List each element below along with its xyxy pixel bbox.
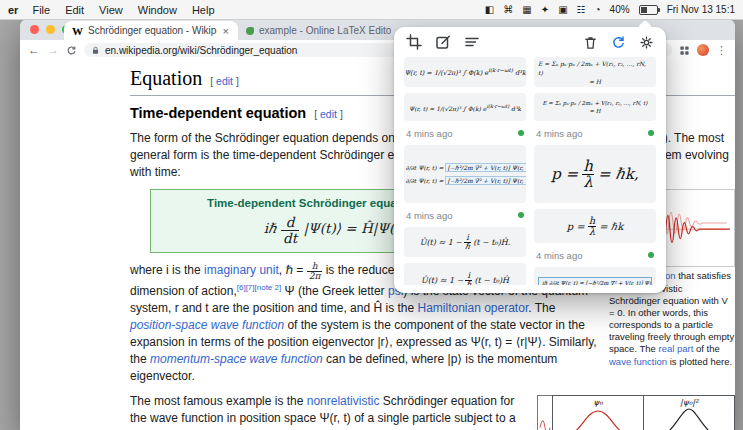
url-text: en.wikipedia.org/wiki/Schrödinger_equati…	[105, 45, 297, 56]
trash-icon[interactable]	[583, 35, 598, 50]
forward-button[interactable]: →	[47, 44, 59, 56]
edit-link[interactable]: edit	[320, 108, 337, 120]
macos-menu-bar: er File Edit View Window Help ◧ ⌘ ▦ ✦ ▣ …	[0, 0, 743, 20]
battery-percentage: 40%	[610, 4, 630, 15]
extensions-icon[interactable]	[679, 45, 690, 56]
status-icon-3[interactable]: ▦	[522, 5, 531, 15]
figure-side-strip	[537, 395, 553, 430]
status-icon-7[interactable]: ◔	[595, 5, 601, 15]
tab-latex-editor[interactable]: example - Online LaTeX Editor ×	[238, 21, 412, 40]
snip-card-hamiltonian[interactable]: E = Σₙ pₙ·pₙ / 2mₙ + V(r₁, r₂, …, rN, t)…	[534, 57, 656, 87]
settings-gear-icon[interactable]	[639, 35, 654, 50]
snip-card-hamiltonian[interactable]: E = Σₙ pₙ·pₙ / 2mₙ + V(r₁, r₂, …, rN, t)…	[534, 93, 656, 121]
momentum-space-wave-function-link[interactable]: momentum-space wave function	[150, 352, 323, 366]
hamiltonian-operator-link[interactable]: Hamiltonian operator	[417, 301, 528, 315]
status-icon-4[interactable]: ✦	[541, 5, 549, 15]
status-dot	[648, 130, 654, 136]
browser-window: W Schrödinger equation - Wikipe × exampl…	[20, 19, 735, 430]
back-button[interactable]: ←	[28, 44, 40, 56]
snip-card-momentum-small[interactable]: p = hλ = ℏk	[534, 209, 656, 243]
status-icons-area: ◧ ⌘ ▦ ✦ ▣ ☷ ◔ 40% Fri Nov 13 15:1	[485, 4, 735, 15]
browser-menu-icon[interactable]: ⋮	[716, 44, 727, 57]
snip-card-unitary[interactable]: Û(t) ≈ 1 − iℏ (t − t₀)Ĥ.	[404, 227, 526, 257]
position-space-wave-function-link[interactable]: position-space wave function	[130, 318, 284, 332]
nonrelativistic-link[interactable]: nonrelativistic	[307, 394, 380, 408]
menu-bar-clock[interactable]: Fri Nov 13 15:1	[667, 4, 735, 15]
snip-card-fourier[interactable]: Ψ(r, t) = 1/(√2π)³ ∫ Φ(k) ei(k·r−ωt) d³k	[404, 93, 526, 121]
heading-text: Equation	[130, 67, 202, 89]
status-icon-6[interactable]: ☷	[577, 5, 586, 15]
app-name[interactable]: er	[8, 4, 18, 16]
stationary-states-figure[interactable]: ψ₀ |ψ₀|²	[537, 395, 735, 430]
list-icon[interactable]	[464, 34, 480, 50]
reload-icon[interactable]	[66, 45, 77, 56]
battery-icon[interactable]	[639, 5, 658, 15]
snip-timestamp-row: 4 mins ago	[534, 127, 656, 139]
status-dot	[648, 252, 654, 258]
snip-timestamp-row: 4 mins ago	[404, 209, 526, 221]
real-part-link[interactable]: real part	[658, 343, 693, 354]
status-icon-1[interactable]: ◧	[485, 5, 494, 15]
snip-card-fourier[interactable]: Ψ(r, t) = 1/(√2π)³ ∫ Φ(k) ei(k·r−ωt) d³k	[404, 57, 526, 87]
snip-timestamp-row: 4 mins ago	[404, 127, 526, 139]
snip-card-position-basis[interactable]: iℏ ∂/∂t Ψ(r, t) = [−ℏ²/2m ∇² + V(r, t)] …	[534, 267, 656, 285]
close-window-button[interactable]	[30, 25, 39, 34]
snip-history-list[interactable]: Ψ(r, t) = 1/(√2π)³ ∫ Φ(k) ei(k·r−ωt) d³k…	[394, 53, 666, 285]
status-dot	[518, 212, 524, 218]
minimize-window-button[interactable]	[46, 25, 55, 34]
tab-wikipedia[interactable]: W Schrödinger equation - Wikipe ×	[64, 21, 238, 40]
heading-text: Time-dependent equation	[130, 105, 306, 121]
sync-icon[interactable]	[611, 35, 626, 50]
edit-section-link: [ edit ]	[314, 108, 343, 120]
snip-extension-popup: Ψ(r, t) = 1/(√2π)³ ∫ Φ(k) ei(k·r−ωt) d³k…	[394, 27, 666, 293]
status-icon-2[interactable]: ⌘	[503, 5, 513, 15]
plot-psi0: ψ₀	[552, 395, 644, 430]
crop-snip-icon[interactable]	[406, 34, 422, 50]
lock-icon	[91, 46, 100, 55]
snip-card-tdse-pair[interactable]: iℏ ∂/∂t Ψ(r, t) =[−ℏ²/2m ∇² + V(r, t)] Ψ…	[404, 145, 526, 203]
wave-function-link[interactable]: wave function	[609, 356, 667, 367]
tab-title: example - Online LaTeX Editor	[259, 25, 391, 36]
tab-title: Schrödinger equation - Wikipe	[88, 25, 217, 36]
close-tab-icon[interactable]: ×	[222, 25, 230, 37]
menu-items: File Edit View Window Help	[32, 4, 214, 16]
reference-link[interactable]: [6][7][note 2]	[237, 283, 281, 292]
menu-help[interactable]: Help	[192, 4, 215, 16]
menu-file[interactable]: File	[32, 4, 50, 16]
edit-link[interactable]: edit	[216, 75, 233, 87]
edit-section-link: [ edit ]	[210, 75, 239, 87]
snip-card-unitary[interactable]: Û(t) ≈ 1 − iℏ (t − t₀)Ĥ	[404, 263, 526, 285]
snip-card-momentum-large[interactable]: p = hλ = ℏk,	[534, 145, 656, 203]
menu-edit[interactable]: Edit	[65, 4, 84, 16]
latex-editor-favicon	[246, 27, 254, 35]
imaginary-unit-link[interactable]: imaginary unit	[204, 263, 279, 277]
profile-avatar[interactable]	[697, 44, 709, 56]
figure-plot-grid: ψ₀ |ψ₀|²	[553, 395, 735, 430]
compose-icon[interactable]	[435, 34, 451, 50]
wikipedia-favicon: W	[72, 25, 83, 37]
snip-timestamp-row: 4 mins ago	[534, 249, 656, 261]
status-icon-5[interactable]: ▣	[558, 5, 567, 15]
plot-psi0-squared: |ψ₀|²	[643, 395, 735, 430]
status-dot	[518, 130, 524, 136]
popup-toolbar	[394, 27, 666, 53]
menu-window[interactable]: Window	[138, 4, 177, 16]
menu-view[interactable]: View	[99, 4, 123, 16]
